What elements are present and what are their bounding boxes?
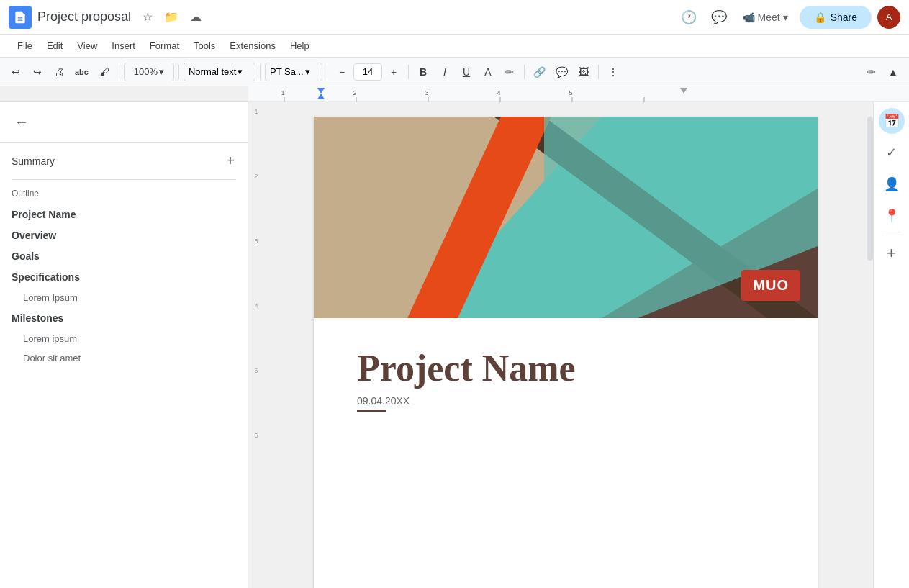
project-divider-line <box>357 410 386 412</box>
link-button[interactable]: 🔗 <box>529 62 550 82</box>
font-size-input[interactable] <box>353 63 382 81</box>
undo-button[interactable]: ↩ <box>6 62 26 82</box>
style-selector[interactable]: Normal text ▾ <box>184 63 255 81</box>
style-value: Normal text <box>189 66 236 77</box>
outline-item-lorem-ipsum-1[interactable]: Lorem Ipsum <box>0 288 248 308</box>
cloud-button[interactable]: ☁ <box>187 7 204 27</box>
svg-text:4: 4 <box>497 89 500 96</box>
maps-icon[interactable]: 📍 <box>879 203 905 229</box>
outline-label: Outline <box>0 183 248 202</box>
outline-item-dolor-sit[interactable]: Dolor sit amet <box>0 348 248 368</box>
menu-file[interactable]: File <box>12 37 38 54</box>
menu-view[interactable]: View <box>71 37 103 54</box>
redo-button[interactable]: ↪ <box>27 62 48 82</box>
sidebar-back-button[interactable]: ← <box>12 111 32 133</box>
ruler: 1 2 3 4 5 <box>0 86 909 102</box>
highlight-button[interactable]: ✏ <box>499 62 520 82</box>
comment-insert-button[interactable]: 💬 <box>551 62 572 82</box>
font-color-button[interactable]: A <box>478 62 498 82</box>
outline-item-goals[interactable]: Goals <box>0 246 248 267</box>
image-button[interactable]: 🖼 <box>574 62 594 82</box>
page: MUO Project Name 09.04.20XX <box>314 117 818 588</box>
collapse-button[interactable]: ▲ <box>883 62 903 82</box>
toolbar-divider-5 <box>408 65 409 79</box>
font-increase-button[interactable]: + <box>384 62 404 82</box>
title-bar: Project proposal ☆ 📁 ☁ 🕐 💬 📹 Meet ▾ 🔒 Sh… <box>0 0 909 35</box>
sidebar-title: Summary <box>12 155 55 167</box>
contacts-icon[interactable]: 👤 <box>879 171 905 197</box>
project-name-heading: Project Name <box>357 347 774 389</box>
underline-button[interactable]: U <box>456 62 476 82</box>
style-chevron-icon: ▾ <box>238 66 243 77</box>
svg-text:5: 5 <box>569 89 572 96</box>
project-date: 09.04.20XX <box>357 395 774 407</box>
pen-tool-button[interactable]: ✏ <box>861 62 882 82</box>
toolbar: ↩ ↪ 🖨 abc 🖌 100% ▾ Normal text ▾ PT Sa..… <box>0 58 909 86</box>
outline-list: Project Name Overview Goals Specificatio… <box>0 202 248 588</box>
lock-icon: 🔒 <box>814 12 826 23</box>
svg-text:3: 3 <box>425 89 428 96</box>
spellcheck-button[interactable]: abc <box>71 62 93 82</box>
folder-button[interactable]: 📁 <box>161 7 181 27</box>
meet-button[interactable]: 📹 Meet ▾ <box>737 7 794 27</box>
right-sidebar-divider <box>882 235 902 235</box>
share-button[interactable]: 🔒 Share <box>800 6 872 29</box>
svg-text:2: 2 <box>353 89 356 96</box>
avatar[interactable]: A <box>877 6 900 29</box>
svg-rect-2 <box>248 86 909 102</box>
font-value: PT Sa... <box>270 66 304 77</box>
paintformat-button[interactable]: 🖌 <box>94 62 114 82</box>
page-content: Project Name 09.04.20XX <box>314 318 818 440</box>
more-options-button[interactable]: ⋮ <box>603 62 623 82</box>
font-decrease-button[interactable]: − <box>332 62 352 82</box>
outline-item-project-name[interactable]: Project Name <box>0 204 248 225</box>
share-label: Share <box>831 12 857 23</box>
comment-button[interactable]: 💬 <box>707 5 731 30</box>
menu-tools[interactable]: Tools <box>188 37 221 54</box>
zoom-chevron-icon: ▾ <box>159 66 164 77</box>
right-sidebar-add-button[interactable]: + <box>884 241 899 266</box>
italic-button[interactable]: I <box>435 62 455 82</box>
menu-help[interactable]: Help <box>284 37 315 54</box>
outline-item-lorem-ipsum-2[interactable]: Lorem ipsum <box>0 329 248 349</box>
menu-format[interactable]: Format <box>144 37 185 54</box>
title-actions: ☆ 📁 ☁ <box>140 7 204 27</box>
toolbar-divider-1 <box>119 65 119 79</box>
outline-item-milestones[interactable]: Milestones <box>0 308 248 329</box>
sidebar: ← Summary + Outline Project Name Overvie… <box>0 102 248 588</box>
menu-extensions[interactable]: Extensions <box>224 37 281 54</box>
document-area: MUO Project Name 09.04.20XX <box>264 102 867 588</box>
outline-item-overview[interactable]: Overview <box>0 225 248 246</box>
sidebar-add-button[interactable]: + <box>225 151 236 171</box>
hero-image: MUO <box>314 117 818 318</box>
menu-edit[interactable]: Edit <box>41 37 68 54</box>
meet-icon: 📹 <box>743 12 755 23</box>
star-button[interactable]: ☆ <box>140 7 155 27</box>
doc-title: Project proposal <box>37 9 131 24</box>
meet-label: Meet <box>758 12 780 23</box>
print-button[interactable]: 🖨 <box>49 62 69 82</box>
vertical-ruler: 1 2 3 4 5 6 <box>248 102 264 588</box>
outline-item-specifications[interactable]: Specifications <box>0 267 248 288</box>
toolbar-divider-4 <box>327 65 327 79</box>
menu-bar: File Edit View Insert Format Tools Exten… <box>0 35 909 58</box>
calendar-icon[interactable]: 📅 <box>879 108 905 134</box>
ruler-bar: 1 2 3 4 5 <box>248 86 909 101</box>
font-chevron-icon: ▾ <box>305 66 310 77</box>
font-selector[interactable]: PT Sa... ▾ <box>265 63 322 81</box>
toolbar-divider-6 <box>524 65 525 79</box>
docs-logo <box>9 6 32 29</box>
history-button[interactable]: 🕐 <box>677 5 701 30</box>
meet-chevron: ▾ <box>783 12 788 23</box>
menu-insert[interactable]: Insert <box>106 37 141 54</box>
scrollbar-track[interactable] <box>867 102 873 588</box>
bold-button[interactable]: B <box>413 62 433 82</box>
zoom-value: 100% <box>134 66 158 77</box>
ruler-gap <box>0 86 248 101</box>
header-right: 🕐 💬 📹 Meet ▾ 🔒 Share A <box>677 5 900 30</box>
zoom-selector[interactable]: 100% ▾ <box>124 63 174 81</box>
scrollbar-thumb[interactable] <box>867 117 873 261</box>
tasks-icon[interactable]: ✓ <box>879 140 905 166</box>
sidebar-header: ← <box>0 102 248 143</box>
toolbar-divider-3 <box>260 65 261 79</box>
